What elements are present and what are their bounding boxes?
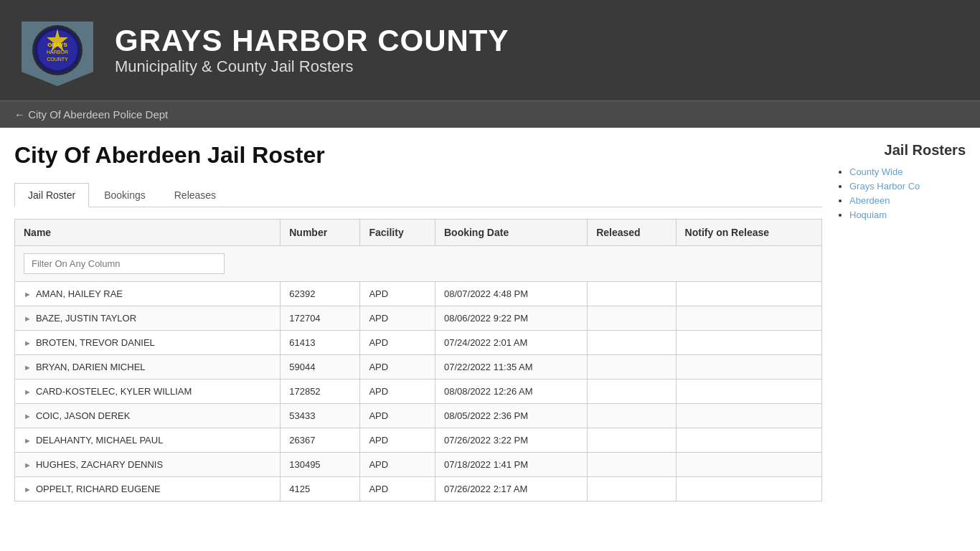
cell-facility: APD	[360, 428, 435, 453]
tab-bookings[interactable]: Bookings	[90, 183, 159, 207]
back-link-text: City Of Aberdeen Police Dept	[28, 108, 168, 121]
row-arrow: ►	[24, 485, 32, 494]
row-arrow: ►	[24, 412, 32, 420]
tabs: Jail Roster Bookings Releases	[14, 183, 822, 207]
filter-cell	[15, 246, 822, 282]
cell-released	[588, 331, 676, 355]
row-arrow: ►	[24, 314, 32, 323]
header-text: GRAYS HARBOR COUNTY Municipality & Count…	[115, 24, 509, 76]
col-booking-date: Booking Date	[435, 220, 587, 246]
navbar: ← City Of Aberdeen Police Dept	[0, 100, 980, 128]
col-notify: Notify on Release	[676, 220, 821, 246]
tab-releases[interactable]: Releases	[161, 183, 230, 207]
cell-facility: APD	[360, 282, 435, 306]
sidebar-link-grays-harbor[interactable]: Grays Harbor Co	[849, 181, 920, 192]
sidebar-item-hoquiam: Hoquiam	[849, 209, 966, 220]
cell-name: ►BROTEN, TREVOR DANIEL	[15, 331, 281, 355]
table-row[interactable]: ►COIC, JASON DEREK53433APD08/05/2022 2:3…	[15, 404, 822, 428]
svg-text:HARBOR: HARBOR	[47, 50, 68, 55]
table-row[interactable]: ►HUGHES, ZACHARY DENNIS130495APD07/18/20…	[15, 453, 822, 477]
table-row[interactable]: ►BROTEN, TREVOR DANIEL61413APD07/24/2022…	[15, 331, 822, 355]
table-row[interactable]: ►AMAN, HAILEY RAE62392APD08/07/2022 4:48…	[15, 282, 822, 306]
cell-number: 130495	[281, 453, 360, 477]
cell-released	[588, 477, 676, 501]
cell-booking-date: 08/06/2022 9:22 PM	[435, 306, 587, 331]
row-arrow: ►	[24, 363, 32, 372]
cell-notify	[676, 453, 821, 477]
cell-facility: APD	[360, 306, 435, 331]
back-link[interactable]: ← City Of Aberdeen Police Dept	[14, 108, 168, 121]
cell-notify	[676, 331, 821, 355]
cell-number: 62392	[281, 282, 360, 306]
cell-booking-date: 07/26/2022 2:17 AM	[435, 477, 587, 501]
row-arrow: ►	[24, 436, 32, 445]
col-number: Number	[281, 220, 360, 246]
cell-facility: APD	[360, 453, 435, 477]
cell-released	[588, 355, 676, 380]
cell-number: 172704	[281, 306, 360, 331]
cell-booking-date: 07/22/2022 11:35 AM	[435, 355, 587, 380]
cell-number: 59044	[281, 355, 360, 380]
filter-input[interactable]	[24, 253, 225, 274]
cell-released	[588, 282, 676, 306]
row-arrow: ►	[24, 290, 32, 298]
cell-number: 61413	[281, 331, 360, 355]
cell-number: 26367	[281, 428, 360, 453]
col-name: Name	[15, 220, 281, 246]
sidebar-item-aberdeen: Aberdeen	[849, 194, 966, 206]
cell-name: ►CARD-KOSTELEC, KYLER WILLIAM	[15, 380, 281, 404]
row-arrow: ►	[24, 461, 32, 469]
sidebar-item-county-wide: County Wide	[849, 166, 966, 177]
row-arrow: ►	[24, 387, 32, 396]
table-row[interactable]: ►OPPELT, RICHARD EUGENE4125APD07/26/2022…	[15, 477, 822, 501]
col-released: Released	[588, 220, 676, 246]
cell-notify	[676, 282, 821, 306]
table-row[interactable]: ►DELAHANTY, MICHAEL PAUL26367APD07/26/20…	[15, 428, 822, 453]
sidebar-link-county-wide[interactable]: County Wide	[849, 166, 903, 177]
cell-facility: APD	[360, 355, 435, 380]
table-row[interactable]: ►BRYAN, DARIEN MICHEL59044APD07/22/2022 …	[15, 355, 822, 380]
filter-row	[15, 246, 822, 282]
tab-jail-roster[interactable]: Jail Roster	[14, 183, 89, 207]
cell-name: ►DELAHANTY, MICHAEL PAUL	[15, 428, 281, 453]
cell-notify	[676, 355, 821, 380]
main-content: City Of Aberdeen Jail Roster Jail Roster…	[0, 128, 980, 516]
sidebar-links: County Wide Grays Harbor Co Aberdeen Hoq…	[837, 166, 966, 220]
cell-number: 53433	[281, 404, 360, 428]
cell-booking-date: 08/07/2022 4:48 PM	[435, 282, 587, 306]
cell-name: ►COIC, JASON DEREK	[15, 404, 281, 428]
cell-booking-date: 08/05/2022 2:36 PM	[435, 404, 587, 428]
cell-notify	[676, 477, 821, 501]
cell-booking-date: 07/26/2022 3:22 PM	[435, 428, 587, 453]
table-row[interactable]: ►BAZE, JUSTIN TAYLOR172704APD08/06/2022 …	[15, 306, 822, 331]
cell-released	[588, 380, 676, 404]
cell-notify	[676, 404, 821, 428]
header-subtitle: Municipality & County Jail Rosters	[115, 57, 509, 76]
sidebar-link-hoquiam[interactable]: Hoquiam	[849, 209, 887, 220]
cell-notify	[676, 380, 821, 404]
sidebar-link-aberdeen[interactable]: Aberdeen	[849, 195, 890, 206]
table-row[interactable]: ►CARD-KOSTELEC, KYLER WILLIAM172852APD08…	[15, 380, 822, 404]
cell-name: ►BAZE, JUSTIN TAYLOR	[15, 306, 281, 331]
cell-notify	[676, 428, 821, 453]
header-title: GRAYS HARBOR COUNTY	[115, 24, 509, 57]
cell-booking-date: 07/24/2022 2:01 AM	[435, 331, 587, 355]
cell-name: ►HUGHES, ZACHARY DENNIS	[15, 453, 281, 477]
sidebar-title: Jail Rosters	[837, 142, 966, 159]
sidebar-item-grays-harbor: Grays Harbor Co	[849, 180, 966, 192]
cell-facility: APD	[360, 331, 435, 355]
cell-notify	[676, 306, 821, 331]
cell-number: 4125	[281, 477, 360, 501]
col-facility: Facility	[360, 220, 435, 246]
cell-released	[588, 453, 676, 477]
cell-released	[588, 306, 676, 331]
cell-number: 172852	[281, 380, 360, 404]
cell-released	[588, 404, 676, 428]
cell-name: ►OPPELT, RICHARD EUGENE	[15, 477, 281, 501]
sidebar: Jail Rosters County Wide Grays Harbor Co…	[837, 142, 966, 501]
cell-name: ►AMAN, HAILEY RAE	[15, 282, 281, 306]
svg-text:COUNTY: COUNTY	[47, 57, 68, 62]
table-header-row: Name Number Facility Booking Date Releas…	[15, 220, 822, 246]
cell-facility: APD	[360, 477, 435, 501]
page-title: City Of Aberdeen Jail Roster	[14, 142, 822, 169]
